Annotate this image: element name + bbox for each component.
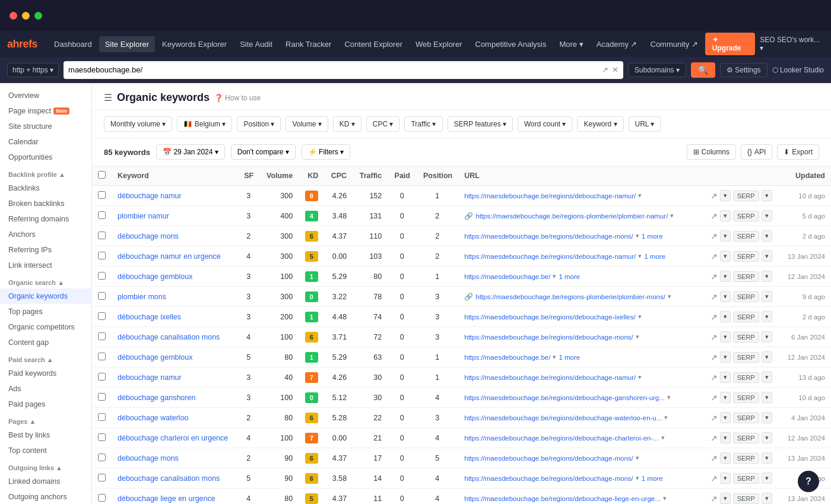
filter-serp-features[interactable]: SERP features ▾ xyxy=(448,116,513,132)
sidebar-item-paid-pages[interactable]: Paid pages xyxy=(0,397,91,412)
row-checkbox[interactable] xyxy=(98,232,106,239)
export-button[interactable]: ⬇ Export xyxy=(777,144,819,160)
nav-item-dashboard[interactable]: Dashboard xyxy=(48,36,98,52)
sidebar-item-organic-keywords[interactable]: Organic keywords xyxy=(0,289,91,304)
filter-word-count[interactable]: Word count ▾ xyxy=(518,116,572,132)
search-button[interactable]: 🔍 xyxy=(691,62,715,78)
url-link[interactable]: https://maesdebouchage.be/regions/debouc… xyxy=(464,253,636,260)
trend-icon[interactable]: ↗ xyxy=(711,191,718,201)
row-checkbox[interactable] xyxy=(98,393,106,401)
select-all-checkbox[interactable] xyxy=(98,171,106,179)
row-checkbox[interactable] xyxy=(98,211,106,219)
serp-dropdown[interactable]: ▾ xyxy=(762,493,772,504)
url-link[interactable]: https://maesdebouchage.be/regions/debouc… xyxy=(464,313,635,321)
nav-item-rank-tracker[interactable]: Rank Tracker xyxy=(280,36,337,52)
trend-dropdown[interactable]: ▾ xyxy=(720,452,731,464)
header-traffic[interactable]: Traffic xyxy=(353,166,388,186)
serp-dropdown[interactable]: ▾ xyxy=(762,351,772,363)
trend-dropdown[interactable]: ▾ xyxy=(720,291,731,302)
header-checkbox[interactable] xyxy=(92,166,112,186)
settings-button[interactable]: ⚙ Settings xyxy=(720,63,767,77)
keyword-link[interactable]: débouchage charleroi en urgence xyxy=(118,434,228,442)
filter-cpc[interactable]: CPC ▾ xyxy=(366,116,400,132)
trend-dropdown[interactable]: ▾ xyxy=(720,311,731,322)
row-checkbox[interactable] xyxy=(98,252,106,259)
nav-item-site-explorer[interactable]: Site Explorer xyxy=(99,36,155,52)
url-dropdown-icon[interactable]: ▾ xyxy=(664,414,668,421)
row-checkbox[interactable] xyxy=(98,474,106,481)
traffic-light-red[interactable] xyxy=(9,12,17,20)
sidebar-item-page-inspect[interactable]: Page inspect New xyxy=(0,103,91,119)
sidebar-item-content-gap[interactable]: Content gap xyxy=(0,335,91,350)
header-cpc[interactable]: CPC xyxy=(324,166,353,186)
sidebar-item-linked-domains[interactable]: Linked domains xyxy=(0,474,91,489)
columns-button[interactable]: ⊞ Columns xyxy=(687,144,736,160)
sidebar-item-organic-competitors[interactable]: Organic competitors xyxy=(0,319,91,335)
serp-dropdown[interactable]: ▾ xyxy=(762,251,772,262)
trend-dropdown[interactable]: ▾ xyxy=(720,493,731,504)
row-checkbox[interactable] xyxy=(98,272,106,280)
row-checkbox[interactable] xyxy=(98,332,106,340)
nav-logo[interactable]: ahrefs xyxy=(7,38,37,50)
serp-button[interactable]: SERP xyxy=(733,433,759,443)
serp-dropdown[interactable]: ▾ xyxy=(762,372,772,383)
serp-dropdown[interactable]: ▾ xyxy=(762,291,772,302)
looker-studio-button[interactable]: ⬡ Looker Studio xyxy=(772,66,824,74)
trend-icon[interactable]: ↗ xyxy=(711,433,718,443)
url-dropdown-icon[interactable]: ▾ xyxy=(553,353,556,361)
url-dropdown-icon[interactable]: ▾ xyxy=(668,293,671,300)
filter-kd[interactable]: KD ▾ xyxy=(333,116,361,132)
filter-position[interactable]: Position ▾ xyxy=(237,116,281,132)
filter-keyword[interactable]: Keyword ▾ xyxy=(577,116,623,132)
url-dropdown-icon[interactable]: ▾ xyxy=(636,474,639,482)
row-checkbox[interactable] xyxy=(98,353,106,360)
external-link-icon[interactable]: ↗ xyxy=(602,65,608,74)
sidebar-item-paid-keywords[interactable]: Paid keywords xyxy=(0,366,91,381)
sidebar-item-site-structure[interactable]: Site structure xyxy=(0,119,91,134)
sidebar-item-overview[interactable]: Overview xyxy=(0,88,91,103)
trend-dropdown[interactable]: ▾ xyxy=(720,251,731,262)
sidebar-item-link-intersect[interactable]: Link intersect xyxy=(0,258,91,273)
url-link[interactable]: https://maesdebouchage.be/regions/debouc… xyxy=(464,192,636,199)
nav-item-more[interactable]: More ▾ xyxy=(553,36,589,52)
trend-icon[interactable]: ↗ xyxy=(711,494,718,503)
serp-button[interactable]: SERP xyxy=(733,493,759,504)
more-urls-link[interactable]: 1 more xyxy=(642,233,663,240)
header-kd[interactable]: KD xyxy=(299,166,324,186)
serp-button[interactable]: SERP xyxy=(733,332,759,343)
keyword-link[interactable]: debouchage canalisation mons xyxy=(118,474,220,483)
keyword-link[interactable]: plombier namur xyxy=(118,212,169,220)
url-link[interactable]: https://maesdebouchage.be/ xyxy=(464,354,550,361)
keyword-link[interactable]: débouchage ganshoren xyxy=(118,394,195,402)
sidebar-item-top-pages[interactable]: Top pages xyxy=(0,304,91,319)
sidebar-item-referring-domains[interactable]: Referring domains xyxy=(0,211,91,227)
url-dropdown-icon[interactable]: ▾ xyxy=(638,252,642,260)
serp-dropdown[interactable]: ▾ xyxy=(762,190,772,201)
trend-dropdown[interactable]: ▾ xyxy=(720,372,731,383)
trend-dropdown[interactable]: ▾ xyxy=(720,230,731,242)
sidebar-item-referring-ips[interactable]: Referring IPs xyxy=(0,242,91,258)
serp-dropdown[interactable]: ▾ xyxy=(762,271,772,282)
filters-button[interactable]: ⚡ Filters ▾ xyxy=(302,144,350,160)
nav-item-content-explorer[interactable]: Content Explorer xyxy=(338,36,408,52)
trend-dropdown[interactable]: ▾ xyxy=(720,412,731,423)
url-dropdown-icon[interactable]: ▾ xyxy=(638,373,642,381)
more-urls-link[interactable]: 1 more xyxy=(559,273,580,280)
row-checkbox[interactable] xyxy=(98,312,106,320)
row-checkbox[interactable] xyxy=(98,413,106,421)
url-dropdown-icon[interactable]: ▾ xyxy=(670,212,674,220)
row-checkbox[interactable] xyxy=(98,373,106,381)
upgrade-button[interactable]: ✦ Upgrade xyxy=(705,33,756,55)
url-dropdown-icon[interactable]: ▾ xyxy=(636,454,639,462)
url-link[interactable]: https://maesdebouchage.be/regions/debouc… xyxy=(464,394,665,401)
header-url[interactable]: URL xyxy=(458,166,704,186)
how-to-use-link[interactable]: ❓ How to use xyxy=(214,94,261,102)
nav-item-competitive-analysis[interactable]: Competitive Analysis xyxy=(470,36,553,52)
serp-button[interactable]: SERP xyxy=(733,231,759,242)
sidebar-item-opportunities[interactable]: Opportunities xyxy=(0,150,91,165)
sidebar-item-backlinks[interactable]: Backlinks xyxy=(0,180,91,196)
trend-dropdown[interactable]: ▾ xyxy=(720,473,731,484)
row-checkbox[interactable] xyxy=(98,292,106,300)
header-updated[interactable]: Updated xyxy=(780,166,831,186)
trend-icon[interactable]: ↗ xyxy=(711,292,718,302)
